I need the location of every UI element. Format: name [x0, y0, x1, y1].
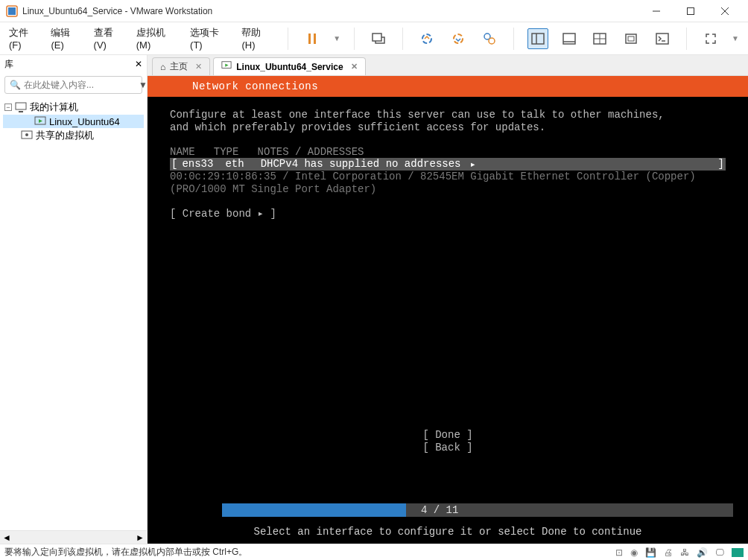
tab-close-icon[interactable]: ✕	[351, 62, 358, 71]
vm-icon	[34, 115, 46, 127]
vm-console[interactable]: Network connections Configure at least o…	[148, 76, 748, 544]
menu-help[interactable]: 帮助(H)	[241, 26, 274, 51]
column-headers: NAME TYPE NOTES / ADDRESSES	[170, 146, 726, 159]
progress-bar: 4 / 11	[222, 503, 733, 517]
status-icons: ⊡ ◉ 💾 🖨 🖧 🔊 🖵	[615, 547, 744, 558]
vmware-logo-icon	[6, 5, 18, 17]
view-tile-button[interactable]	[589, 28, 610, 49]
scroll-left-icon[interactable]: ◄	[0, 531, 13, 544]
suspend-button[interactable]	[302, 28, 323, 49]
svg-rect-13	[532, 34, 544, 44]
progress-text: 4 / 11	[421, 504, 458, 516]
tab-home[interactable]: ⌂ 主页 ✕	[152, 57, 210, 75]
sidebar-scrollbar[interactable]: ◄ ►	[0, 530, 147, 544]
create-bond-option[interactable]: [ Create bond ▸ ]	[170, 208, 726, 220]
tab-linux-ubuntu64-service[interactable]: Linux_Ubuntu64_Service ✕	[213, 57, 365, 75]
title-bar: Linux_Ubuntu64_Service - VMware Workstat…	[0, 0, 748, 22]
vm-running-icon	[221, 60, 232, 73]
search-icon: 🔍	[10, 80, 21, 90]
svg-rect-7	[314, 34, 316, 44]
unity-button[interactable]	[621, 28, 641, 49]
done-button[interactable]: [ Done ]	[170, 429, 726, 442]
tab-label: 主页	[170, 60, 188, 73]
tab-bar: ⌂ 主页 ✕ Linux_Ubuntu64_Service ✕	[148, 55, 748, 76]
bracket-close: ]	[718, 158, 724, 171]
menu-edit[interactable]: 编辑(E)	[51, 26, 83, 51]
tree-label: 我的计算机	[30, 101, 78, 114]
send-keys-button[interactable]	[368, 28, 389, 49]
svg-rect-24	[16, 103, 26, 109]
suspend-dropdown-icon[interactable]: ▼	[333, 34, 340, 42]
menu-vm[interactable]: 虚拟机(M)	[136, 26, 180, 51]
snapshot-button[interactable]	[416, 28, 437, 49]
interface-row-ens33[interactable]: [ ens33 eth DHCPv4 has supplied no addre…	[170, 158, 726, 171]
back-button[interactable]: [ Back ]	[170, 442, 726, 454]
svg-rect-6	[308, 34, 311, 44]
toolbar-separator	[686, 28, 687, 50]
minimize-button[interactable]	[639, 0, 673, 22]
tab-close-icon[interactable]: ✕	[195, 62, 202, 71]
view-split-button[interactable]	[527, 28, 548, 49]
display-icon[interactable]: 🖵	[715, 547, 724, 558]
toolbar-separator	[288, 28, 288, 50]
svg-point-12	[489, 38, 495, 44]
svg-rect-21	[628, 36, 634, 41]
floppy-icon[interactable]: 💾	[645, 547, 656, 558]
iface-detail-adapter: (PRO/1000 MT Single Port Adapter)	[170, 183, 726, 196]
svg-point-10	[454, 34, 463, 43]
toolbar-separator	[513, 28, 514, 50]
fullscreen-dropdown-icon[interactable]: ▼	[732, 34, 739, 42]
svg-point-9	[422, 34, 431, 43]
menu-file[interactable]: 文件(F)	[9, 26, 40, 51]
toolbar-separator	[354, 28, 355, 50]
maximize-button[interactable]	[673, 0, 708, 22]
tree-node-linux-ubuntu64[interactable]: Linux_Ubuntu64	[3, 115, 144, 128]
view-single-button[interactable]	[559, 28, 580, 49]
sidebar-close-icon[interactable]: ✕	[135, 59, 142, 69]
expander-icon[interactable]: −	[4, 104, 12, 111]
tree-node-my-computer[interactable]: − 我的计算机	[3, 100, 144, 115]
fullscreen-button[interactable]	[700, 28, 721, 49]
tree-label: Linux_Ubuntu64	[49, 116, 120, 127]
installer-hint: Select an interface to configure it or s…	[148, 520, 748, 541]
search-input[interactable]	[24, 80, 136, 90]
installer-intro-line1: Configure at least one interface this se…	[170, 109, 726, 121]
devices-icon[interactable]: ⊡	[615, 547, 623, 558]
tree-label: 共享的虚拟机	[36, 129, 94, 142]
iface-note: DHCPv4 has supplied no addresses	[261, 158, 461, 171]
svg-rect-8	[373, 34, 381, 41]
printer-icon[interactable]: 🖨	[664, 547, 673, 558]
bracket-open: [	[171, 158, 177, 171]
sound-icon[interactable]: 🔊	[697, 547, 708, 558]
scroll-right-icon[interactable]: ►	[133, 531, 147, 544]
cd-icon[interactable]: ◉	[630, 547, 638, 558]
svg-rect-15	[563, 34, 575, 44]
svg-rect-3	[688, 7, 694, 14]
installer-intro-line2: and which preferably provides sufficient…	[170, 121, 726, 134]
tab-label: Linux_Ubuntu64_Service	[236, 62, 343, 72]
close-button[interactable]	[708, 0, 742, 22]
library-sidebar: 库 ✕ 🔍 ▼ − 我的计算机 Linux_Ubuntu64 共享的虚拟机	[0, 55, 148, 544]
menu-tabs[interactable]: 选项卡(T)	[190, 26, 231, 51]
svg-rect-1	[8, 7, 16, 15]
network-icon[interactable]: 🖧	[680, 547, 689, 558]
vm-active-indicator	[732, 548, 744, 557]
iface-name: ens33	[182, 158, 213, 171]
svg-rect-20	[626, 34, 636, 43]
sidebar-search[interactable]: 🔍 ▼	[4, 76, 142, 94]
status-message: 要将输入定向到该虚拟机，请在虚拟机内部单击或按 Ctrl+G。	[4, 546, 615, 559]
iface-type: eth	[225, 158, 244, 171]
manage-snapshots-button[interactable]	[479, 28, 500, 49]
menu-bar: 文件(F) 编辑(E) 查看(V) 虚拟机(M) 选项卡(T) 帮助(H) ▼ …	[0, 22, 748, 55]
console-button[interactable]	[652, 28, 673, 49]
menu-view[interactable]: 查看(V)	[94, 26, 126, 51]
svg-rect-22	[656, 34, 668, 44]
installer-header: Network connections	[148, 76, 748, 97]
revert-button[interactable]	[448, 28, 469, 49]
search-dropdown-icon[interactable]: ▼	[139, 80, 148, 90]
toolbar-separator	[402, 28, 403, 50]
svg-point-29	[25, 133, 28, 136]
home-icon: ⌂	[160, 62, 165, 72]
shared-vm-icon	[21, 130, 33, 141]
tree-node-shared[interactable]: 共享的虚拟机	[3, 128, 144, 143]
